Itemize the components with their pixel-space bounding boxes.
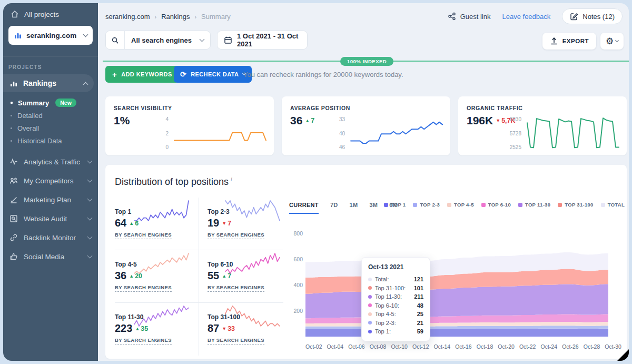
- bar-chart-icon: [14, 31, 22, 40]
- all-projects-label: All projects: [24, 11, 59, 18]
- metric-sparkline: [350, 116, 443, 151]
- tooltip-row: Top 6-10:48: [368, 301, 423, 310]
- breadcrumb-rankings[interactable]: Rankings: [161, 13, 190, 21]
- sidebar-item-rankings[interactable]: Rankings: [3, 74, 94, 92]
- sidebar-subitem-detailed[interactable]: Detailed: [3, 109, 98, 122]
- axis-tick: 0: [165, 144, 169, 150]
- chevron-down-icon: [87, 159, 93, 164]
- x-axis-labels: Oct-02Oct-04Oct-06Oct-08Oct-10Oct-12Oct-…: [305, 343, 621, 350]
- x-axis-tick: Oct-18: [477, 343, 493, 350]
- axis-tick: 5728: [510, 131, 521, 136]
- tooltip-series-dot: [368, 330, 372, 333]
- by-search-engines-link[interactable]: BY SEARCH ENGINES: [115, 232, 172, 239]
- settings-button[interactable]: ⚙: [600, 33, 624, 50]
- chevron-down-icon: [87, 253, 93, 259]
- export-button[interactable]: EXPORT: [542, 33, 596, 50]
- positions-grid: Top 164▲6BY SEARCH ENGINESTop 2-319▼7BY …: [105, 198, 282, 356]
- sidebar-item-my-competitors[interactable]: My Competitors: [3, 171, 98, 190]
- metric-card-organic-traffic: ORGANIC TRAFFIC196K▼5,7K893057282525: [458, 96, 627, 155]
- date-range-picker[interactable]: 1 Oct 2021 - 31 Oct 2021: [217, 31, 308, 50]
- tooltip-date: Oct-13 2021: [368, 263, 423, 271]
- sidebar-item-backlink-monitor[interactable]: Backlink Monitor: [3, 228, 98, 247]
- recheck-hint-text: You can recheck rankings for 20000 keywo…: [243, 71, 403, 78]
- metric-card-search-visibility: SEARCH VISIBILITY1%420: [105, 96, 274, 155]
- up-arrow-icon: ▲: [129, 273, 134, 279]
- chevron-down-icon: [615, 38, 619, 42]
- sidebar: All projects seranking.com PROJECTS Rank…: [3, 3, 98, 361]
- sidebar-item-analytics-traffic[interactable]: Analytics & Traffic: [3, 152, 98, 171]
- calendar-icon: [224, 36, 232, 44]
- tooltip-row: Top 1:59: [368, 327, 423, 336]
- competitors-icon: [9, 176, 18, 185]
- sidebar-item-marketing-plan[interactable]: Marketing Plan: [3, 190, 98, 209]
- up-arrow-icon: ▲: [129, 221, 134, 226]
- sidebar-item-social-media[interactable]: Social Media: [3, 247, 98, 266]
- position-block-top-31-100: Top 31-10087▼33BY SEARCH ENGINES: [199, 303, 283, 356]
- tooltip-series-dot: [368, 278, 372, 281]
- by-search-engines-link[interactable]: BY SEARCH ENGINES: [208, 232, 264, 239]
- subitem-label: Overall: [17, 124, 39, 132]
- position-block-top-1: Top 164▲6BY SEARCH ENGINES: [115, 198, 199, 250]
- notes-button[interactable]: Notes (12): [562, 8, 623, 24]
- x-axis-tick: Oct-22: [519, 343, 536, 350]
- notes-label: Notes (12): [582, 13, 615, 21]
- add-keywords-button[interactable]: + ADD KEYWORDS: [105, 66, 179, 83]
- metric-axis-ticks: 420: [152, 116, 169, 150]
- sidebar-subitem-historical-data[interactable]: Historical Data: [3, 134, 98, 147]
- tooltip-rows: Total:121Top 31-100:101Top 11-30:211Top …: [368, 275, 423, 336]
- recheck-label: RECHECK DATA: [191, 71, 239, 77]
- tooltip-row: Total:121: [368, 275, 423, 284]
- nav-item-label: Analytics & Traffic: [24, 158, 80, 166]
- nav-item-label: Backlink Monitor: [24, 234, 76, 242]
- by-search-engines-link[interactable]: BY SEARCH ENGINES: [115, 284, 172, 292]
- subitem-label: Summary: [18, 99, 49, 107]
- metric-value: 36▲7: [290, 114, 314, 127]
- rankings-icon: [9, 79, 18, 87]
- stacked-area-chart[interactable]: [305, 195, 610, 339]
- by-search-engines-link[interactable]: BY SEARCH ENGINES: [208, 337, 264, 345]
- upload-icon: [550, 37, 558, 45]
- search-icon[interactable]: [106, 31, 125, 49]
- search-engines-select[interactable]: All search engines: [105, 31, 211, 50]
- chevron-down-icon: [83, 32, 88, 37]
- leave-feedback-link[interactable]: Leave feedback: [502, 13, 551, 21]
- tooltip-row: Top 31-100:101: [368, 284, 423, 293]
- position-sparkline: [225, 305, 280, 329]
- axis-tick: 8930: [510, 116, 521, 122]
- delta-up: ▲7: [305, 117, 314, 124]
- breadcrumb-separator: ›: [155, 14, 157, 20]
- recheck-data-button[interactable]: ⟳ RECHECK DATA: [174, 66, 252, 83]
- projects-section-label: PROJECTS: [3, 56, 98, 74]
- tooltip-row: Top 2-3:21: [368, 319, 423, 328]
- tooltip-series-value: 101: [414, 285, 423, 291]
- bullet-icon: [11, 115, 12, 116]
- sidebar-subitem-overall[interactable]: Overall: [3, 122, 98, 134]
- app-window: All projects seranking.com PROJECTS Rank…: [3, 3, 629, 361]
- sidebar-item-website-audit[interactable]: Website Audit: [3, 209, 98, 228]
- sidebar-item-all-projects[interactable]: All projects: [3, 3, 98, 24]
- y-axis-tick: 600: [287, 256, 303, 262]
- by-search-engines-link[interactable]: BY SEARCH ENGINES: [208, 284, 264, 292]
- guest-link-button[interactable]: Guest link: [448, 12, 491, 21]
- edit-notes-icon: [570, 12, 578, 21]
- tooltip-series-label: Top 1:: [375, 328, 391, 335]
- breadcrumb-current: Summary: [201, 13, 231, 21]
- plus-icon: +: [112, 70, 117, 79]
- sidebar-subitem-summary[interactable]: SummaryNew: [3, 96, 98, 109]
- export-label: EXPORT: [562, 38, 589, 44]
- breadcrumb-project[interactable]: seranking.com: [105, 13, 150, 21]
- x-axis-tick: Oct-14: [434, 343, 451, 350]
- tooltip-row: Top 4-5:25: [368, 310, 423, 319]
- project-name: seranking.com: [26, 32, 76, 40]
- project-selector[interactable]: seranking.com: [8, 26, 93, 45]
- nav-item-label: Marketing Plan: [24, 196, 71, 204]
- subitem-label: Detailed: [17, 112, 43, 120]
- new-badge: New: [55, 99, 76, 107]
- position-sparkline: [134, 200, 189, 224]
- by-search-engines-link[interactable]: BY SEARCH ENGINES: [115, 337, 172, 345]
- tooltip-series-dot: [368, 303, 372, 307]
- metric-card-average-position: AVERAGE POSITION36▲7334046: [282, 96, 450, 155]
- marketing-icon: [9, 195, 18, 204]
- x-axis-tick: Oct-04: [327, 343, 344, 350]
- info-icon[interactable]: i: [231, 176, 232, 182]
